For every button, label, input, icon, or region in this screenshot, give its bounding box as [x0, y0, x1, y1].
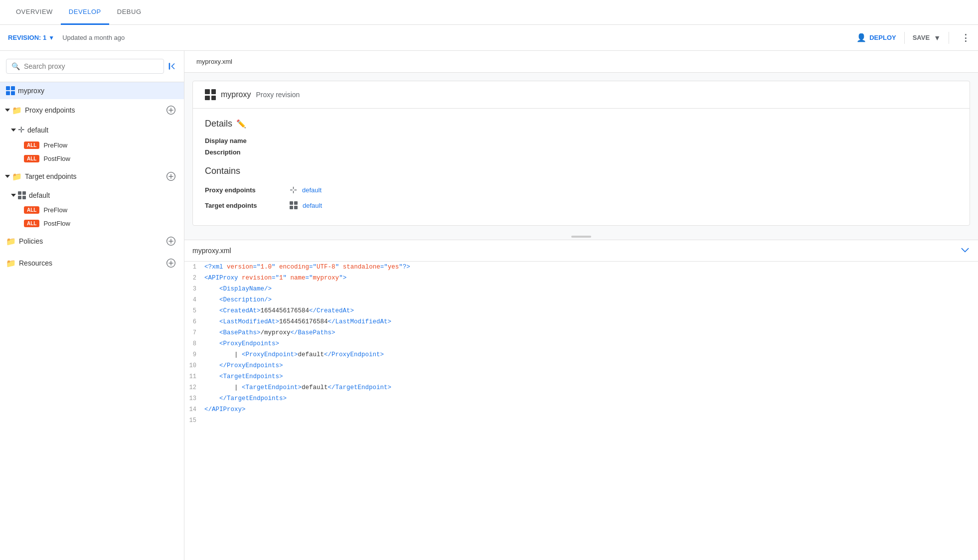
xml-line-12: 12 | <TargetEndpoint>default</TargetEndp…: [184, 382, 978, 393]
proxy-endpoint-default-label: default: [27, 126, 178, 134]
proxy-endpoints-label: Proxy endpoints: [25, 106, 161, 114]
search-input[interactable]: [24, 62, 159, 70]
chevron-down-icon-2: [5, 175, 10, 178]
postflow-label: PostFlow: [43, 155, 70, 162]
chevron-down-icon: [5, 109, 10, 112]
revision-selector[interactable]: REVISION: 1 ▼: [8, 34, 54, 41]
target-preflow-item[interactable]: ALL PreFlow: [0, 203, 184, 217]
line-content-12: | <TargetEndpoint>default</TargetEndpoin…: [204, 382, 978, 393]
line-num-9: 9: [184, 349, 204, 360]
target-endpoints-row: Target endpoints default: [205, 201, 958, 209]
divider: [904, 32, 905, 44]
add-policy-button[interactable]: [164, 234, 178, 248]
more-options-button[interactable]: ⋮: [961, 32, 970, 43]
display-name-row: Display name: [205, 137, 958, 144]
all-badge-3: ALL: [24, 206, 39, 214]
scroll-indicator: [184, 234, 978, 240]
line-num-11: 11: [184, 371, 204, 382]
line-num-3: 3: [184, 283, 204, 294]
all-badge: ALL: [24, 141, 39, 149]
top-nav: OVERVIEW DEVELOP DEBUG: [0, 0, 978, 25]
tab-overview[interactable]: OVERVIEW: [8, 0, 61, 25]
target-endpoint-default[interactable]: default: [0, 187, 184, 203]
proxy-grid-icon: [6, 86, 15, 95]
line-num-10: 10: [184, 360, 204, 371]
xml-editor-title: myproxy.xml: [192, 247, 960, 255]
search-icon: 🔍: [11, 62, 20, 70]
target-endpoints-link[interactable]: default: [303, 202, 322, 209]
proxy-endpoints-link[interactable]: default: [302, 186, 322, 194]
line-num-7: 7: [184, 327, 204, 338]
sidebar-item-myproxy[interactable]: myproxy: [0, 82, 184, 99]
xml-line-8: 8 <ProxyEndpoints>: [184, 338, 978, 349]
collapse-sidebar-button[interactable]: [168, 61, 178, 71]
grid-icon-2: [290, 201, 298, 209]
xml-editor-bar: myproxy.xml: [184, 240, 978, 262]
resources-label: Resources: [19, 259, 161, 267]
revision-bar: REVISION: 1 ▼ Updated a month ago 👤 DEPL…: [0, 25, 978, 51]
chevron-icon-2: [11, 194, 16, 197]
line-content-1: <?xml version="1.0" encoding="UTF-8" sta…: [204, 262, 978, 273]
target-endpoints-contains-label: Target endpoints: [205, 202, 285, 209]
target-postflow-item[interactable]: ALL PostFlow: [0, 217, 184, 230]
description-row: Description: [205, 148, 958, 156]
xml-editor[interactable]: 1 <?xml version="1.0" encoding="UTF-8" s…: [184, 262, 978, 560]
proxy-postflow-item[interactable]: ALL PostFlow: [0, 152, 184, 165]
target-endpoint-default-label: default: [29, 191, 178, 199]
proxy-endpoint-default[interactable]: ✛ default: [0, 121, 184, 139]
proxy-endpoints-row: Proxy endpoints ⊹ default: [205, 184, 958, 195]
chevron-down-icon-save[interactable]: ▼: [934, 34, 941, 42]
proxy-preflow-item[interactable]: ALL PreFlow: [0, 139, 184, 152]
line-content-6: <LastModifiedAt>1654456176584</LastModif…: [204, 316, 978, 327]
xml-line-13: 13 </TargetEndpoints>: [184, 393, 978, 404]
all-badge-2: ALL: [24, 155, 39, 162]
deploy-button[interactable]: 👤 DEPLOY: [856, 33, 896, 42]
edit-icon[interactable]: ✏️: [236, 119, 246, 129]
details-title: Details ✏️: [205, 119, 958, 129]
grid-icon: [18, 191, 26, 199]
xml-line-10: 10 </ProxyEndpoints>: [184, 360, 978, 371]
line-num-12: 12: [184, 382, 204, 393]
xml-line-9: 9 | <ProxyEndpoint>default</ProxyEndpoin…: [184, 349, 978, 360]
details-section: Details ✏️ Display name Description Cont…: [193, 109, 970, 225]
line-num-5: 5: [184, 305, 204, 316]
line-num-13: 13: [184, 393, 204, 404]
file-tab[interactable]: myproxy.xml: [192, 58, 236, 65]
divider2: [949, 32, 949, 44]
line-content-2: <APIProxy revision="1" name="myproxy">: [204, 273, 978, 283]
add-resource-button[interactable]: [164, 256, 178, 270]
search-input-wrapper[interactable]: 🔍: [6, 59, 164, 74]
contains-title: Contains: [205, 166, 958, 176]
line-num-1: 1: [184, 262, 204, 273]
tab-debug[interactable]: DEBUG: [109, 0, 150, 25]
add-proxy-endpoint-button[interactable]: [164, 103, 178, 117]
xml-line-6: 6 <LastModifiedAt>1654456176584</LastMod…: [184, 316, 978, 327]
policies-section: 📁 Policies: [0, 230, 184, 252]
search-bar: 🔍: [0, 51, 184, 82]
line-content-9: | <ProxyEndpoint>default</ProxyEndpoint>: [204, 349, 978, 360]
xml-line-5: 5 <CreatedAt>1654456176584</CreatedAt>: [184, 305, 978, 316]
line-num-2: 2: [184, 273, 204, 283]
folder-icon-3: 📁: [6, 237, 16, 246]
line-num-15: 15: [184, 415, 204, 426]
line-content-8: <ProxyEndpoints>: [204, 338, 978, 349]
myproxy-label: myproxy: [18, 87, 178, 95]
add-target-endpoint-button[interactable]: [164, 169, 178, 183]
all-badge-4: ALL: [24, 220, 39, 227]
line-content-4: <Description/>: [204, 294, 978, 305]
chevron-down-icon: ▼: [48, 34, 54, 41]
sidebar: 🔍 myproxy: [0, 51, 184, 560]
tab-develop[interactable]: DEVELOP: [61, 0, 109, 25]
main-layout: 🔍 myproxy: [0, 51, 978, 560]
xml-line-4: 4 <Description/>: [184, 294, 978, 305]
line-content-7: <BasePaths>/myproxy</BasePaths>: [204, 327, 978, 338]
xml-collapse-button[interactable]: [960, 245, 970, 257]
revision-label: REVISION: 1: [8, 34, 46, 41]
line-num-4: 4: [184, 294, 204, 305]
save-button[interactable]: SAVE: [913, 34, 930, 41]
file-tab-bar: myproxy.xml: [184, 51, 978, 73]
target-preflow-label: PreFlow: [43, 206, 67, 214]
xml-line-15: 15: [184, 415, 978, 426]
xml-line-14: 14 </APIProxy>: [184, 404, 978, 415]
display-name-label: Display name: [205, 137, 285, 144]
